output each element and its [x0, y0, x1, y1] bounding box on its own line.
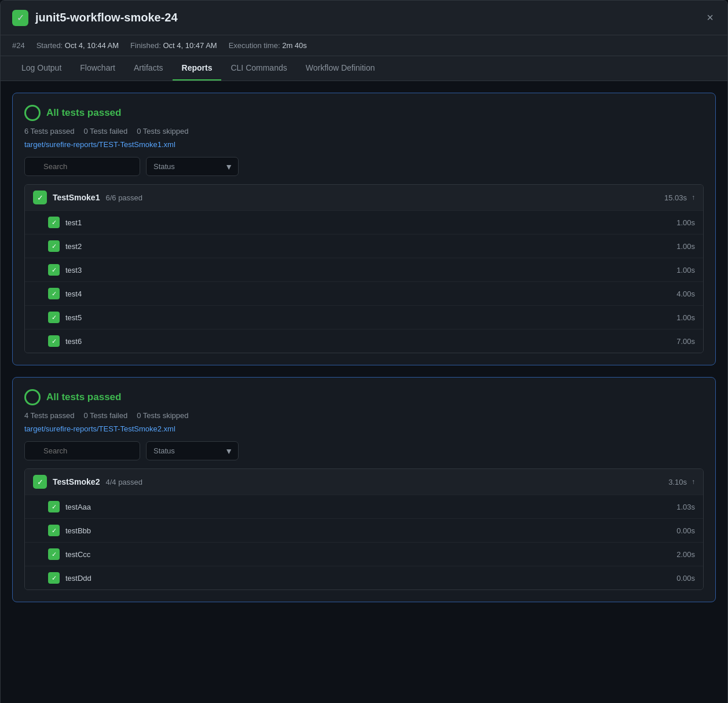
report-1-header: All tests passed	[24, 105, 704, 121]
test-item-left: ✓ test4	[48, 288, 82, 299]
test-check-icon: ✓	[48, 501, 60, 512]
test-check-icon: ✓	[48, 240, 60, 252]
report-2-stats: 4 Tests passed 0 Tests failed 0 Tests sk…	[24, 411, 704, 420]
test-group-1-header[interactable]: ✓ TestSmoke1 6/6 passed 15.03s ↑	[25, 185, 703, 210]
test-item-left: ✓ testCcc	[48, 548, 90, 560]
test-check-icon: ✓	[48, 217, 60, 228]
report-2-header: All tests passed	[24, 389, 704, 405]
execution-value: 2m 40s	[282, 41, 307, 50]
tab-log-output[interactable]: Log Output	[12, 56, 71, 80]
test-check-icon: ✓	[48, 288, 60, 299]
report-2-passed: 4 Tests passed	[24, 411, 74, 420]
test-time: 0.00s	[676, 526, 695, 535]
status-circle-2	[24, 389, 41, 405]
test-time: 1.00s	[676, 313, 695, 322]
test-group-1-left: ✓ TestSmoke1 6/6 passed	[33, 191, 142, 204]
test-item: ✓ test2 1.00s	[25, 234, 703, 258]
test-time: 0.00s	[676, 574, 695, 583]
test-check-icon: ✓	[48, 312, 60, 323]
meta-bar: #24 Started: Oct 4, 10:44 AM Finished: O…	[1, 35, 727, 56]
test-name: testDdd	[65, 574, 92, 583]
test-item-left: ✓ test2	[48, 240, 82, 252]
report-1-filters: 🔍 Status ▼	[24, 157, 704, 176]
report-1-link[interactable]: target/surefire-reports/TEST-TestSmoke1.…	[24, 140, 704, 149]
test-item-left: ✓ test1	[48, 217, 82, 228]
test-item: ✓ testBbb 0.00s	[25, 518, 703, 542]
test-name: test4	[65, 290, 82, 298]
report-2-title: All tests passed	[46, 391, 121, 403]
content-area: All tests passed 6 Tests passed 0 Tests …	[1, 81, 727, 703]
group-2-duration: 3.10s	[668, 478, 687, 486]
finished-label: Finished:	[130, 41, 161, 50]
finished-meta: Finished: Oct 4, 10:47 AM	[130, 41, 217, 50]
group-1-icon: ✓	[33, 191, 47, 204]
app-icon: ✓	[12, 10, 28, 26]
started-value: Oct 4, 10:44 AM	[65, 41, 119, 50]
group-2-icon: ✓	[33, 475, 47, 489]
started-meta: Started: Oct 4, 10:44 AM	[36, 41, 119, 50]
test-name: test3	[65, 266, 82, 274]
group-2-badge: 4/4 passed	[105, 478, 142, 486]
test-name: testAaa	[65, 503, 91, 511]
test-group-2: ✓ TestSmoke2 4/4 passed 3.10s ↑ ✓ testAa…	[24, 468, 704, 590]
report-1-skipped: 0 Tests skipped	[137, 127, 188, 136]
tab-reports[interactable]: Reports	[173, 56, 222, 80]
test-group-2-left: ✓ TestSmoke2 4/4 passed	[33, 475, 142, 489]
test-group-1: ✓ TestSmoke1 6/6 passed 15.03s ↑ ✓ test1	[24, 184, 704, 353]
report-2-failed: 0 Tests failed	[83, 411, 127, 420]
tab-cli-commands[interactable]: CLI Commands	[221, 56, 296, 80]
report-1-search-input[interactable]	[24, 157, 140, 176]
test-time: 1.00s	[676, 242, 695, 251]
test-item-left: ✓ testBbb	[48, 525, 91, 536]
test-time: 1.00s	[676, 266, 695, 274]
test-check-icon: ✓	[48, 264, 60, 276]
test-time: 1.03s	[676, 503, 695, 511]
title-bar: ✓ junit5-workflow-smoke-24 ×	[1, 1, 727, 35]
test-item: ✓ test6 7.00s	[25, 329, 703, 353]
report-2-skipped: 0 Tests skipped	[137, 411, 188, 420]
test-name: test6	[65, 337, 82, 346]
test-name: testBbb	[65, 526, 91, 535]
report-1-status-filter[interactable]: Status	[146, 157, 239, 176]
test-name: test2	[65, 242, 82, 251]
report-section-2: All tests passed 4 Tests passed 0 Tests …	[12, 377, 716, 602]
test-group-2-header[interactable]: ✓ TestSmoke2 4/4 passed 3.10s ↑	[25, 469, 703, 495]
tab-artifacts[interactable]: Artifacts	[125, 56, 173, 80]
test-item: ✓ test5 1.00s	[25, 305, 703, 329]
group-1-expand-icon: ↑	[692, 193, 695, 202]
test-time: 7.00s	[676, 337, 695, 346]
report-1-search-wrapper: 🔍	[24, 157, 140, 176]
test-item-left: ✓ testDdd	[48, 572, 92, 584]
group-1-name: TestSmoke1	[53, 193, 100, 202]
main-window: ✓ junit5-workflow-smoke-24 × #24 Started…	[0, 0, 728, 703]
test-item: ✓ test4 4.00s	[25, 281, 703, 305]
tab-workflow-definition[interactable]: Workflow Definition	[297, 56, 385, 80]
test-time: 2.00s	[676, 550, 695, 559]
tab-bar: Log Output Flowchart Artifacts Reports C…	[1, 56, 727, 81]
report-1-status-wrapper: Status ▼	[146, 157, 239, 176]
report-1-stats: 6 Tests passed 0 Tests failed 0 Tests sk…	[24, 127, 704, 136]
report-2-link[interactable]: target/surefire-reports/TEST-TestSmoke2.…	[24, 424, 704, 433]
execution-meta: Execution time: 2m 40s	[229, 41, 307, 50]
test-check-icon: ✓	[48, 335, 60, 347]
test-check-icon: ✓	[48, 525, 60, 536]
test-name: test5	[65, 313, 82, 322]
group-2-name: TestSmoke2	[53, 477, 100, 486]
test-check-icon: ✓	[48, 572, 60, 584]
test-item: ✓ testAaa 1.03s	[25, 495, 703, 518]
execution-label: Execution time:	[229, 41, 280, 50]
group-1-time: 15.03s ↑	[664, 193, 695, 202]
report-2-filters: 🔍 Status ▼	[24, 441, 704, 460]
test-time: 4.00s	[676, 290, 695, 298]
report-2-status-filter[interactable]: Status	[146, 441, 239, 460]
test-name: testCcc	[65, 550, 90, 559]
group-2-time: 3.10s ↑	[668, 478, 695, 486]
tab-flowchart[interactable]: Flowchart	[71, 56, 125, 80]
report-2-search-input[interactable]	[24, 441, 140, 460]
close-button[interactable]: ×	[704, 9, 716, 27]
group-1-badge: 6/6 passed	[105, 193, 142, 202]
group-1-duration: 15.03s	[664, 193, 687, 202]
run-number: #24	[12, 41, 25, 50]
started-label: Started:	[36, 41, 63, 50]
test-time: 1.00s	[676, 218, 695, 227]
